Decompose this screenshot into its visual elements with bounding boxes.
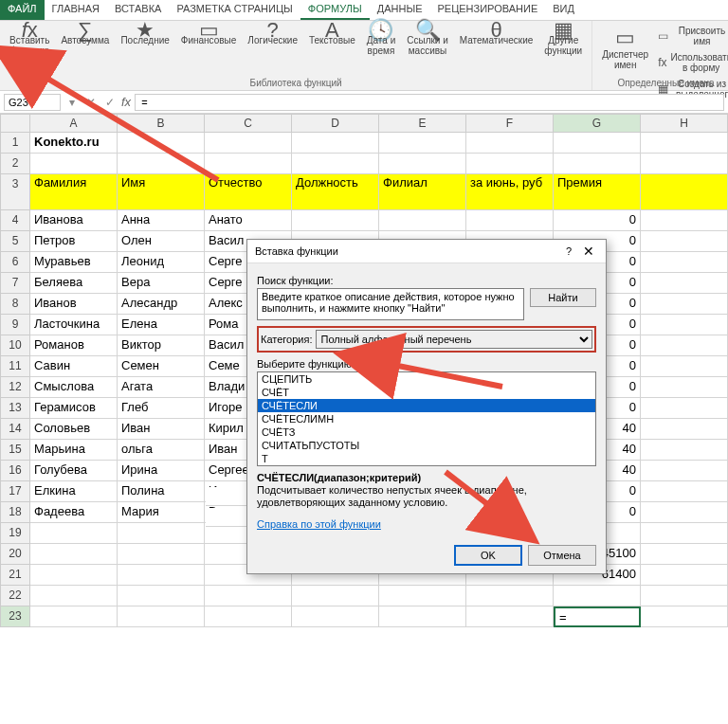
cell[interactable]: [641, 523, 728, 544]
logical-button[interactable]: ? Логические: [242, 23, 303, 44]
cell[interactable]: [641, 210, 728, 231]
cell[interactable]: [641, 544, 728, 565]
recent-button[interactable]: ★ Последние: [115, 23, 174, 44]
cell[interactable]: [641, 377, 728, 398]
cell[interactable]: [466, 606, 554, 627]
row-header[interactable]: 18: [0, 502, 30, 523]
col-header[interactable]: H: [641, 114, 728, 133]
more-fn-button[interactable]: ▦ Другие функции: [538, 23, 588, 44]
tab-view[interactable]: ВИД: [545, 0, 582, 20]
cell[interactable]: [118, 565, 205, 586]
text-button[interactable]: A Текстовые: [303, 23, 361, 44]
cell[interactable]: [641, 273, 728, 294]
use-in-formula-button[interactable]: fxИспользовать в форму: [654, 49, 728, 76]
cell[interactable]: Голубева: [30, 461, 118, 481]
cell[interactable]: [641, 174, 728, 210]
cell[interactable]: [292, 586, 379, 606]
cell[interactable]: Премия: [554, 174, 641, 210]
cell[interactable]: [641, 154, 728, 174]
cell[interactable]: [379, 586, 466, 606]
cell[interactable]: [641, 586, 728, 606]
cell[interactable]: Олен: [118, 231, 205, 252]
col-header[interactable]: D: [292, 114, 379, 133]
cell[interactable]: Петров: [30, 231, 118, 252]
cell[interactable]: [292, 210, 379, 231]
cell[interactable]: [641, 502, 728, 523]
cell[interactable]: [641, 252, 728, 273]
cell[interactable]: [30, 565, 118, 586]
cell[interactable]: Полина: [118, 481, 205, 502]
row-header[interactable]: 1: [0, 133, 30, 154]
financial-button[interactable]: ▭ Финансовые: [175, 23, 243, 44]
search-function-input[interactable]: Введите краткое описание действия, котор…: [257, 288, 524, 320]
function-list-item[interactable]: СЧЁТЕСЛИМН: [258, 412, 595, 425]
row-header[interactable]: 14: [0, 419, 30, 440]
cell[interactable]: [554, 154, 641, 174]
cell[interactable]: [379, 606, 466, 627]
cell[interactable]: Семен: [118, 356, 205, 377]
cell[interactable]: Фадеева: [30, 502, 118, 523]
row-header[interactable]: 10: [0, 335, 30, 356]
cell[interactable]: Вера: [118, 273, 205, 294]
lookup-button[interactable]: 🔍 Ссылки и массивы: [401, 23, 454, 44]
col-header[interactable]: G: [554, 114, 641, 133]
cell[interactable]: =: [554, 606, 641, 627]
dialog-titlebar[interactable]: Вставка функции ? ✕: [247, 240, 606, 263]
cell[interactable]: Романов: [30, 335, 118, 356]
cell[interactable]: [118, 523, 205, 544]
help-icon[interactable]: ?: [558, 245, 579, 257]
cell[interactable]: [641, 315, 728, 335]
cell[interactable]: Соловьев: [30, 419, 118, 440]
cell[interactable]: [292, 133, 379, 154]
row-header[interactable]: 15: [0, 440, 30, 461]
row-header[interactable]: 3: [0, 174, 30, 210]
cell[interactable]: [118, 606, 205, 627]
tab-home[interactable]: ГЛАВНАЯ: [45, 0, 107, 20]
cell[interactable]: Должность: [292, 174, 379, 210]
tab-file[interactable]: ФАЙЛ: [0, 0, 45, 20]
cell[interactable]: Савин: [30, 356, 118, 377]
cell[interactable]: [379, 133, 466, 154]
row-header[interactable]: 21: [0, 565, 30, 586]
cell[interactable]: [641, 419, 728, 440]
cell[interactable]: Анато: [205, 210, 292, 231]
cell[interactable]: ольга: [118, 440, 205, 461]
cell[interactable]: [554, 586, 641, 606]
name-manager-button[interactable]: ▭ Диспетчер имен: [596, 23, 654, 72]
cell[interactable]: [641, 294, 728, 315]
cell[interactable]: 0: [554, 210, 641, 231]
cell[interactable]: Агата: [118, 377, 205, 398]
select-all-corner[interactable]: [0, 114, 30, 133]
row-header[interactable]: 2: [0, 154, 30, 174]
col-header[interactable]: F: [466, 114, 554, 133]
cell[interactable]: Герамисов: [30, 398, 118, 419]
close-icon[interactable]: ✕: [579, 244, 598, 259]
cell[interactable]: [641, 356, 728, 377]
cell[interactable]: Елкина: [30, 481, 118, 502]
row-header[interactable]: 22: [0, 586, 30, 606]
row-header[interactable]: 9: [0, 315, 30, 335]
cell[interactable]: [641, 606, 728, 627]
cell[interactable]: [466, 133, 554, 154]
row-header[interactable]: 20: [0, 544, 30, 565]
function-list-item[interactable]: СЧЁТЕСЛИ: [258, 399, 595, 412]
cell[interactable]: Ласточкина: [30, 315, 118, 335]
row-header[interactable]: 13: [0, 398, 30, 419]
row-header[interactable]: 8: [0, 294, 30, 315]
cell[interactable]: [30, 586, 118, 606]
row-header[interactable]: 19: [0, 523, 30, 544]
row-header[interactable]: 7: [0, 273, 30, 294]
cell[interactable]: Виктор: [118, 335, 205, 356]
cell[interactable]: [292, 154, 379, 174]
row-header[interactable]: 17: [0, 481, 30, 502]
function-list-item[interactable]: СЧЁТЗ: [258, 425, 595, 439]
row-header[interactable]: 16: [0, 461, 30, 481]
cell[interactable]: [379, 210, 466, 231]
cell[interactable]: [30, 606, 118, 627]
autosum-button[interactable]: ∑ Автосумма: [55, 23, 115, 44]
function-list-item[interactable]: Т: [258, 452, 595, 465]
cell[interactable]: [466, 210, 554, 231]
row-header[interactable]: 5: [0, 231, 30, 252]
cell[interactable]: Беляева: [30, 273, 118, 294]
cell[interactable]: Ирина: [118, 461, 205, 481]
